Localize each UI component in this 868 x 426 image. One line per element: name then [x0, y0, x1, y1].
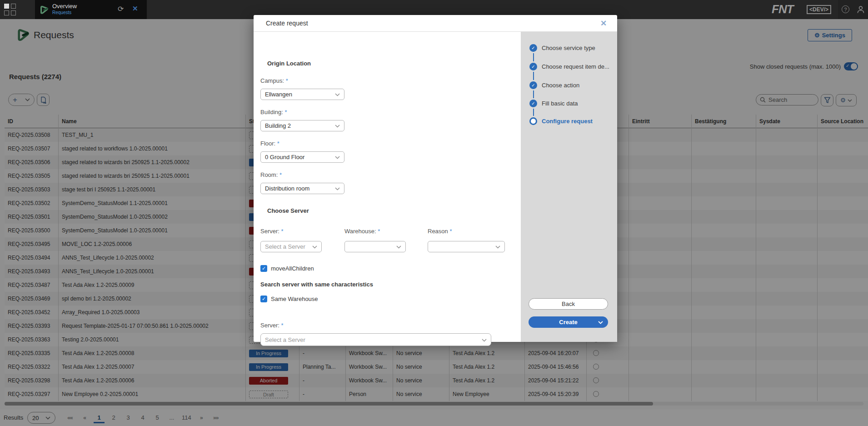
- server2-label: Server: *: [260, 322, 284, 329]
- wizard-step[interactable]: ✓Choose request item de...: [529, 63, 609, 70]
- building-value: Building 2: [265, 122, 291, 129]
- step-label: Choose action: [542, 82, 579, 89]
- server2-select[interactable]: Select a Server: [260, 333, 491, 346]
- fnt-tab-logo-icon: [39, 5, 49, 15]
- apps-grid-icon[interactable]: [4, 4, 16, 15]
- reason-label: Reason *: [428, 228, 452, 235]
- tab-close-icon[interactable]: ✕: [132, 5, 138, 13]
- create-label: Create: [559, 319, 577, 326]
- user-icon[interactable]: [856, 5, 865, 14]
- environment-badge: <DEV/>: [807, 5, 831, 14]
- server-select[interactable]: Select a Server: [260, 241, 322, 252]
- step-connector: [533, 53, 534, 61]
- checkbox-checked-icon: ✓: [260, 296, 267, 302]
- floor-label: Floor: *: [260, 140, 279, 147]
- step-label: Configure request: [542, 118, 593, 125]
- chevron-down-icon: [312, 246, 317, 249]
- choose-server-section-title: Choose Server: [267, 207, 309, 214]
- close-icon[interactable]: ✕: [600, 19, 607, 28]
- server-label: Server: *: [260, 228, 284, 235]
- chevron-down-icon: [335, 156, 340, 159]
- wizard-step[interactable]: ✓Choose action: [529, 81, 579, 89]
- step-connector: [533, 109, 534, 116]
- fnt-brand-logo: FNT: [772, 2, 793, 16]
- origin-location-section-title: Origin Location: [267, 60, 311, 67]
- wizard-step[interactable]: ✓Choose service type: [529, 44, 595, 52]
- chevron-down-icon: [335, 125, 340, 128]
- create-button[interactable]: Create: [529, 316, 608, 328]
- building-select[interactable]: Building 2: [260, 120, 344, 131]
- server2-placeholder: Select a Server: [265, 336, 305, 343]
- dialog-header: Create request ✕: [254, 15, 617, 32]
- chevron-down-icon: [396, 246, 401, 249]
- step-current-icon: [529, 117, 537, 125]
- move-all-children-checkbox[interactable]: ✓ moveAllChildren: [260, 265, 314, 272]
- step-connector: [533, 90, 534, 98]
- step-label: Choose service type: [542, 45, 595, 51]
- floor-value: 0 Ground Floor: [265, 154, 304, 160]
- same-warehouse-checkbox[interactable]: ✓ Same Warehouse: [260, 296, 318, 302]
- reason-select[interactable]: [428, 241, 505, 252]
- campus-label: Campus: *: [260, 77, 288, 84]
- room-label: Room: *: [260, 171, 282, 178]
- building-label: Building: *: [260, 109, 287, 115]
- checkbox-checked-icon: ✓: [260, 265, 267, 272]
- same-warehouse-label: Same Warehouse: [271, 296, 318, 302]
- dialog-body: Origin Location Campus: * Ellwangen Buil…: [254, 32, 521, 342]
- warehouse-select[interactable]: [344, 241, 406, 252]
- room-value: Distribution room: [265, 185, 309, 192]
- step-label: Fill basic data: [542, 100, 578, 107]
- step-done-icon: ✓: [529, 81, 537, 89]
- campus-select[interactable]: Ellwangen: [260, 89, 344, 100]
- floor-select[interactable]: 0 Ground Floor: [260, 151, 344, 163]
- step-done-icon: ✓: [529, 63, 537, 70]
- search-same-section-title: Search server with same characteristics: [260, 281, 373, 288]
- dialog-title: Create request: [266, 20, 308, 27]
- tab-title: Overview: [52, 3, 77, 10]
- chevron-down-icon: [335, 93, 340, 96]
- step-connector: [533, 72, 534, 80]
- move-all-children-label: moveAllChildren: [271, 265, 314, 272]
- wizard-steps-panel: ✓Choose service type✓Choose request item…: [521, 32, 617, 342]
- chevron-down-icon: [598, 321, 603, 324]
- chevron-down-icon: [495, 246, 500, 249]
- tab-subtitle: Requests: [52, 10, 71, 15]
- chevron-down-icon: [482, 339, 487, 342]
- help-icon[interactable]: ?: [842, 5, 849, 13]
- step-done-icon: ✓: [529, 100, 537, 107]
- wizard-step[interactable]: Configure request: [529, 117, 593, 125]
- step-label: Choose request item de...: [542, 63, 609, 70]
- room-select[interactable]: Distribution room: [260, 183, 344, 194]
- server-placeholder: Select a Server: [265, 243, 305, 250]
- browser-tab[interactable]: Overview Requests ⟳ ✕: [35, 0, 147, 19]
- back-button[interactable]: Back: [529, 298, 608, 310]
- tab-refresh-icon[interactable]: ⟳: [118, 5, 124, 13]
- step-done-icon: ✓: [529, 44, 537, 52]
- warehouse-label: Warehouse: *: [344, 228, 380, 235]
- wizard-step[interactable]: ✓Fill basic data: [529, 100, 578, 107]
- campus-value: Ellwangen: [265, 91, 292, 98]
- chevron-down-icon: [335, 187, 340, 190]
- create-request-dialog: Create request ✕ Origin Location Campus:…: [254, 15, 617, 342]
